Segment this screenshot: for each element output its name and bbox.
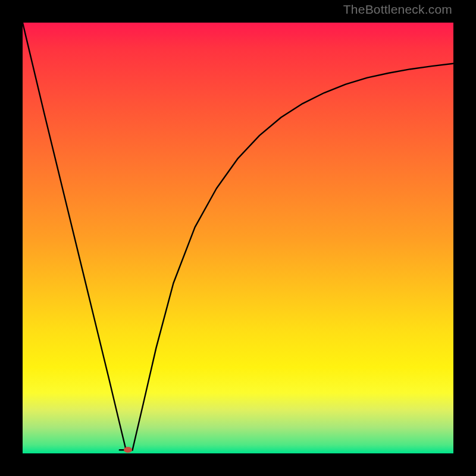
plot-area	[23, 23, 453, 453]
chart-frame: TheBottleneck.com	[0, 0, 476, 476]
curve-right-ascent	[133, 64, 453, 450]
watermark-text: TheBottleneck.com	[343, 2, 452, 17]
valley-marker-dot	[124, 447, 132, 453]
curve-layer	[23, 23, 453, 453]
curve-left-descent	[23, 23, 126, 450]
